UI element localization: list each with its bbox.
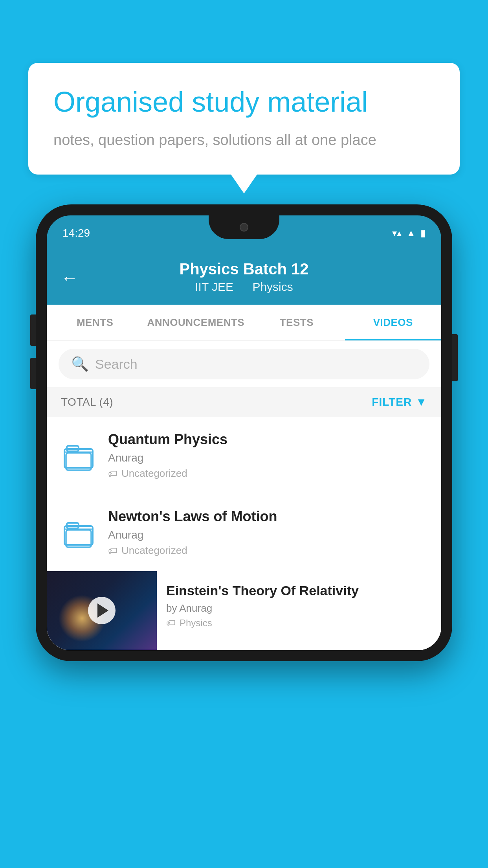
subtitle-iitjee: IIT JEE [195,280,233,293]
tab-bar: MENTS ANNOUNCEMENTS TESTS VIDEOS [47,305,441,341]
item-info: Quantum Physics Anurag 🏷 Uncategorized [108,431,427,480]
phone-mockup: 14:29 ▾▴ ▲ ▮ ← Physics Batch 12 IIT JEE … [36,204,452,661]
item-author: Anurag [108,452,427,464]
tag-label: Physics [180,618,212,629]
filter-button[interactable]: FILTER ▼ [372,396,427,408]
app-subtitle: IIT JEE Physics [62,280,426,294]
folder-icon [63,440,94,471]
filter-bar: TOTAL (4) FILTER ▼ [47,387,441,417]
back-button[interactable]: ← [61,268,78,288]
power-button [452,334,458,381]
item-tag: 🏷 Uncategorized [108,467,427,480]
item-title: Newton's Laws of Motion [108,508,427,525]
search-placeholder: Search [95,357,138,372]
filter-label: FILTER [372,396,412,408]
search-icon: 🔍 [71,356,89,372]
status-time: 14:29 [62,227,90,239]
volume-down-button [30,358,36,389]
folder-icon-wrapper [61,438,96,473]
tab-ments[interactable]: MENTS [47,305,143,340]
search-container: 🔍 Search [47,341,441,387]
tag-icon: 🏷 [108,545,117,556]
item-author: Anurag [108,529,427,541]
folder-icon [63,517,94,548]
bubble-heading: Organised study material [53,85,435,119]
app-title: Physics Batch 12 [62,260,426,278]
wifi-icon: ▾▴ [392,228,402,239]
item-info: Newton's Laws of Motion Anurag 🏷 Uncateg… [108,508,427,557]
speech-bubble-card: Organised study material notes, question… [28,63,460,175]
speech-bubble-section: Organised study material notes, question… [28,63,460,175]
list-item[interactable]: Newton's Laws of Motion Anurag 🏷 Uncateg… [47,494,441,571]
total-count-label: TOTAL (4) [61,396,113,408]
tag-icon: 🏷 [108,468,117,479]
video-list: Quantum Physics Anurag 🏷 Uncategorized [47,417,441,650]
app-header: ← Physics Batch 12 IIT JEE Physics [47,251,441,305]
tab-announcements[interactable]: ANNOUNCEMENTS [143,305,248,340]
item-tag: 🏷 Uncategorized [108,544,427,557]
play-button[interactable] [88,597,116,624]
video-thumbnail [47,571,157,650]
play-triangle-icon [97,603,108,618]
battery-icon: ▮ [420,228,426,239]
video-tag: 🏷 Physics [166,618,432,629]
bubble-subtext: notes, question papers, solutions all at… [53,130,435,151]
video-info: Einstein's Theory Of Relativity by Anura… [157,571,441,640]
filter-funnel-icon: ▼ [416,396,427,408]
status-icons: ▾▴ ▲ ▮ [392,228,426,239]
subtitle-physics: Physics [252,280,293,293]
front-camera [240,223,248,232]
tab-tests[interactable]: TESTS [248,305,345,340]
video-author: by Anurag [166,602,432,614]
phone-notch [209,215,279,239]
folder-icon-wrapper [61,515,96,550]
search-bar[interactable]: 🔍 Search [59,349,429,379]
video-title: Einstein's Theory Of Relativity [166,583,432,598]
list-item-video[interactable]: Einstein's Theory Of Relativity by Anura… [47,571,441,650]
list-item[interactable]: Quantum Physics Anurag 🏷 Uncategorized [47,417,441,494]
phone-screen: ← Physics Batch 12 IIT JEE Physics MENTS… [47,251,441,650]
tag-label: Uncategorized [121,467,187,480]
tab-videos[interactable]: VIDEOS [345,305,441,340]
signal-icon: ▲ [406,228,416,239]
volume-up-button [30,314,36,346]
item-title: Quantum Physics [108,431,427,448]
tag-icon: 🏷 [166,618,176,629]
tag-label: Uncategorized [121,544,187,557]
status-bar: 14:29 ▾▴ ▲ ▮ [47,215,441,251]
phone-body: 14:29 ▾▴ ▲ ▮ ← Physics Batch 12 IIT JEE … [36,204,452,661]
